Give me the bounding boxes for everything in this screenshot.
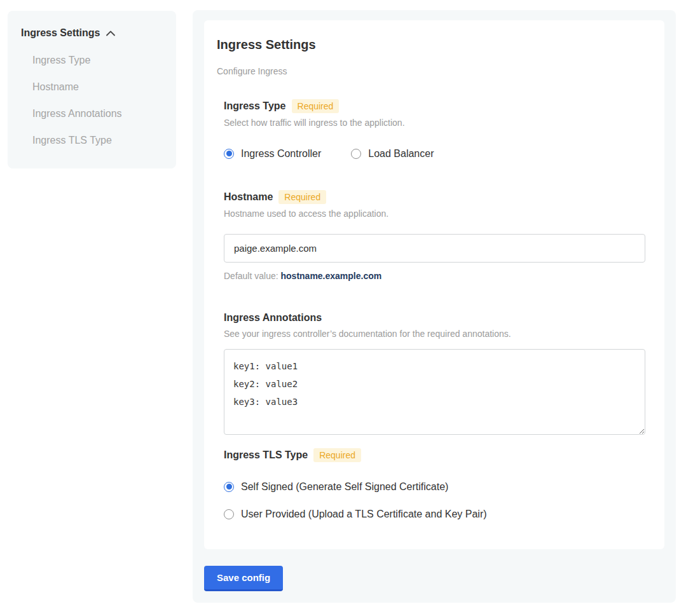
radio-load-balancer[interactable]: Load Balancer [351,147,434,160]
default-value-line: Default value: hostname.example.com [224,271,645,282]
sidebar-group-ingress-settings[interactable]: Ingress Settings [21,27,166,39]
field-ingress-annotations: Ingress Annotations See your ingress con… [224,311,645,435]
config-group-card: Ingress Settings Configure Ingress Ingre… [204,20,664,549]
field-label: Ingress TLS Type [224,449,308,462]
field-ingress-type: Ingress Type Required Select how traffic… [224,99,645,160]
default-value-prefix: Default value: [224,271,281,281]
sidebar-item-list: Ingress Type Hostname Ingress Annotation… [21,55,166,146]
sidebar-item-hostname[interactable]: Hostname [32,82,166,92]
page-subtitle: Configure Ingress [217,66,645,76]
radio-icon[interactable] [224,482,234,492]
radio-label: Load Balancer [368,147,434,160]
radio-user-provided[interactable]: User Provided (Upload a TLS Certificate … [224,508,645,520]
radio-icon[interactable] [224,509,234,519]
field-label: Hostname [224,191,273,203]
annotations-textarea[interactable]: key1: value1 key2: value2 key3: value3 [224,349,645,435]
required-badge: Required [292,99,340,113]
radio-label: Ingress Controller [241,147,321,160]
field-label: Ingress Annotations [224,311,322,324]
radio-self-signed[interactable]: Self Signed (Generate Self Signed Certif… [224,481,645,493]
sidebar-item-ingress-annotations[interactable]: Ingress Annotations [32,109,166,119]
field-help-text: Hostname used to access the application. [224,209,645,219]
radio-icon[interactable] [224,149,234,159]
hostname-input[interactable] [224,234,645,263]
required-badge: Required [278,190,326,204]
config-nav-sidebar: Ingress Settings Ingress Type Hostname I… [8,11,176,168]
ingress-type-radio-group: Ingress Controller Load Balancer [224,147,645,160]
sidebar-item-ingress-tls-type[interactable]: Ingress TLS Type [32,135,166,146]
default-value-text: hostname.example.com [281,271,382,281]
field-help-text: Select how traffic will ingress to the a… [224,118,645,128]
radio-icon[interactable] [351,149,361,159]
required-badge: Required [313,448,361,462]
page-title: Ingress Settings [217,37,645,52]
radio-ingress-controller[interactable]: Ingress Controller [224,147,321,160]
field-label: Ingress Type [224,100,286,113]
sidebar-item-ingress-type[interactable]: Ingress Type [32,55,166,65]
chevron-up-icon [106,27,115,39]
config-main-panel: Ingress Settings Configure Ingress Ingre… [193,10,676,603]
field-ingress-tls-type: Ingress TLS Type Required Self Signed (G… [224,448,645,520]
sidebar-group-label: Ingress Settings [21,27,100,39]
field-help-text: See your ingress controller’s documentat… [224,329,645,339]
field-hostname: Hostname Required Hostname used to acces… [224,190,645,282]
save-config-button[interactable]: Save config [204,566,283,591]
radio-label: Self Signed (Generate Self Signed Certif… [241,481,448,493]
radio-label: User Provided (Upload a TLS Certificate … [241,508,487,520]
